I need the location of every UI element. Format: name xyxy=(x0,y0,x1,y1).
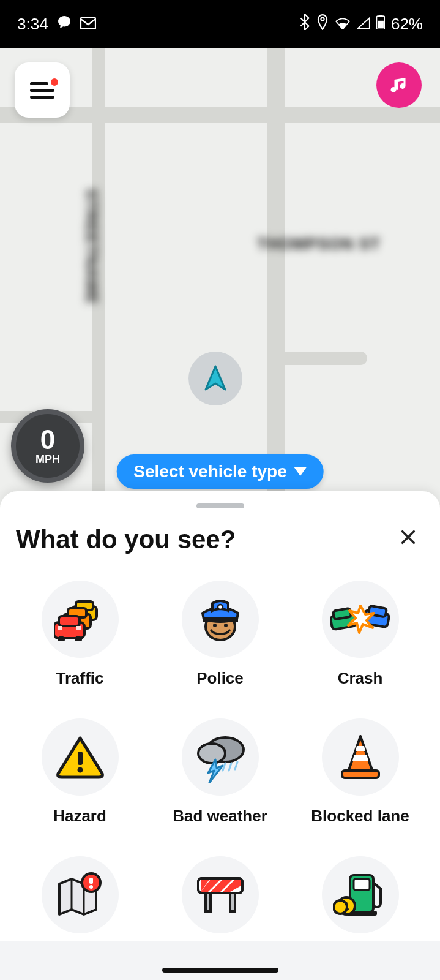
report-label: Traffic xyxy=(56,669,103,688)
select-vehicle-button[interactable]: Select vehicle type xyxy=(116,454,324,489)
battery-percent: 62% xyxy=(391,15,423,34)
svg-rect-10 xyxy=(59,616,80,626)
report-crash[interactable]: Crash xyxy=(296,581,424,688)
svg-rect-39 xyxy=(206,893,211,911)
music-button[interactable] xyxy=(376,62,422,108)
notification-dot-icon xyxy=(51,78,58,86)
report-label: Police xyxy=(196,669,244,688)
weather-icon xyxy=(191,731,250,783)
svg-point-27 xyxy=(198,744,225,763)
svg-point-46 xyxy=(334,900,347,914)
svg-rect-24 xyxy=(78,752,83,765)
cone-icon xyxy=(337,733,384,782)
battery-icon xyxy=(376,15,385,34)
report-hazard[interactable]: Hazard xyxy=(16,718,144,826)
bluetooth-icon xyxy=(299,14,310,34)
status-bar: 3:34 62% xyxy=(0,0,440,48)
svg-rect-4 xyxy=(378,20,384,28)
report-weather[interactable]: Bad weather xyxy=(156,718,284,826)
hazard-icon xyxy=(54,734,106,780)
svg-rect-3 xyxy=(379,15,383,17)
svg-rect-14 xyxy=(76,626,81,630)
gas-icon: 1 xyxy=(333,870,388,919)
report-blocked-lane[interactable]: Blocked lane xyxy=(296,718,424,826)
speed-value: 0 xyxy=(40,426,55,453)
svg-rect-31 xyxy=(342,771,379,778)
svg-rect-40 xyxy=(230,893,235,911)
svg-rect-0 xyxy=(81,18,95,29)
map-issue-icon xyxy=(54,872,106,918)
svg-point-17 xyxy=(224,624,228,627)
svg-rect-18 xyxy=(203,617,238,622)
svg-line-28 xyxy=(223,763,225,771)
svg-point-19 xyxy=(218,605,223,609)
svg-point-1 xyxy=(321,17,324,20)
svg-point-25 xyxy=(77,767,83,773)
chat-icon xyxy=(57,15,72,34)
svg-line-29 xyxy=(229,763,231,771)
crash-icon xyxy=(330,600,391,639)
street-label: THOMPSON ST xyxy=(257,235,381,254)
close-icon xyxy=(398,527,418,547)
cell-icon xyxy=(357,15,370,34)
wifi-icon xyxy=(335,15,351,34)
svg-line-30 xyxy=(235,762,237,769)
street-label: STREETNAME xyxy=(82,189,101,304)
speedometer[interactable]: 0 MPH xyxy=(11,409,84,483)
report-label: Bad weather xyxy=(173,807,267,826)
svg-point-16 xyxy=(213,624,217,627)
police-icon xyxy=(194,595,247,644)
arrow-icon xyxy=(203,365,228,392)
vehicle-label: Select vehicle type xyxy=(133,462,287,481)
nav-bar xyxy=(0,941,440,980)
close-button[interactable] xyxy=(392,523,424,556)
svg-rect-42 xyxy=(354,879,370,890)
report-label: Hazard xyxy=(53,807,106,826)
report-sheet: What do you see? Traffic xyxy=(0,491,440,980)
speed-unit: MPH xyxy=(35,453,60,466)
music-icon xyxy=(388,74,410,96)
traffic-icon xyxy=(54,598,106,641)
current-location-marker[interactable] xyxy=(188,352,242,405)
report-police[interactable]: Police xyxy=(156,581,284,688)
report-traffic[interactable]: Traffic xyxy=(16,581,144,688)
location-icon xyxy=(316,14,329,34)
map-canvas[interactable]: STREETNAME THOMPSON ST 0 MPH Select vehi… xyxy=(0,48,440,495)
report-label: Blocked lane xyxy=(311,807,409,826)
hamburger-icon xyxy=(30,82,54,98)
drag-handle[interactable] xyxy=(196,503,244,508)
gesture-handle[interactable] xyxy=(162,968,278,973)
gmail-icon xyxy=(80,15,96,34)
svg-rect-13 xyxy=(58,626,62,630)
status-time: 3:34 xyxy=(17,15,48,34)
sheet-title: What do you see? xyxy=(16,525,236,554)
closure-icon xyxy=(195,873,246,916)
menu-button[interactable] xyxy=(15,62,70,118)
svg-point-36 xyxy=(89,885,93,889)
report-label: Crash xyxy=(338,669,383,688)
svg-rect-35 xyxy=(89,878,93,884)
chevron-down-icon xyxy=(294,467,307,476)
